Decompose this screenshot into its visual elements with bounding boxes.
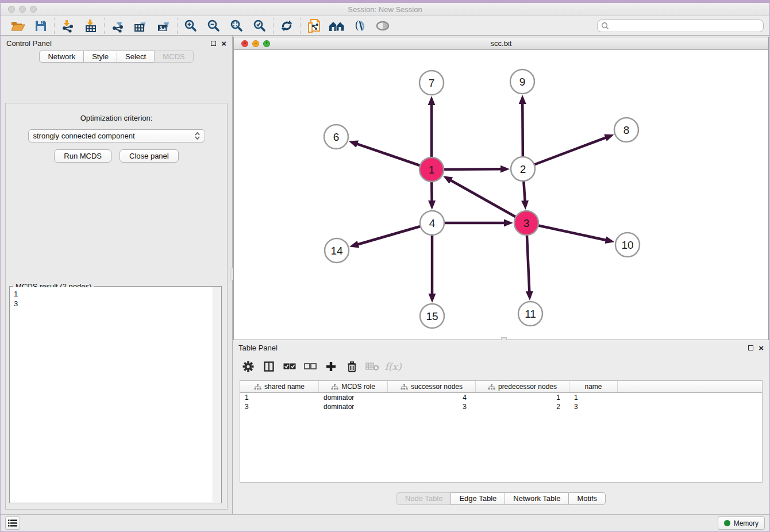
cell-mcds-role[interactable]: dominator bbox=[319, 403, 388, 411]
toolbar-separator bbox=[54, 18, 55, 34]
graph-node-label: 4 bbox=[429, 217, 436, 229]
export-table-icon[interactable] bbox=[129, 17, 152, 34]
tab-select[interactable]: Select bbox=[117, 51, 154, 63]
delete-table-icon[interactable] bbox=[364, 358, 381, 375]
right-column: × − + scc.txt 1234678910111415 Table Pan… bbox=[233, 36, 769, 514]
network-window: × − + scc.txt 1234678910111415 bbox=[233, 37, 769, 340]
graph-edge-arrow bbox=[429, 294, 436, 303]
graph-node-label: 2 bbox=[520, 163, 526, 175]
cell-successor-nodes[interactable]: 4 bbox=[388, 394, 476, 402]
import-network-icon[interactable] bbox=[56, 17, 79, 34]
search-input[interactable] bbox=[611, 22, 760, 30]
tab-network[interactable]: Network bbox=[39, 51, 83, 63]
mcds-result-list: 1 3 bbox=[10, 287, 213, 502]
function-builder-icon[interactable]: f(x) bbox=[384, 358, 402, 375]
control-panel: Control Panel × Network Style Select MCD… bbox=[1, 36, 232, 514]
control-panel-tabs: Network Style Select MCDS bbox=[1, 51, 232, 63]
show-column-icon[interactable] bbox=[260, 358, 278, 375]
add-column-icon[interactable] bbox=[322, 358, 340, 375]
toolbar-separator bbox=[273, 18, 274, 34]
table-settings-icon[interactable] bbox=[240, 358, 257, 375]
column-header-mcds-role[interactable]: MCDS role bbox=[319, 381, 388, 392]
tab-mcds[interactable]: MCDS bbox=[154, 51, 193, 63]
optimization-criterion-value: strongly connected component bbox=[33, 132, 135, 140]
cell-name[interactable]: 3 bbox=[569, 403, 618, 411]
close-panel-button[interactable]: Close panel bbox=[120, 149, 179, 163]
tab-style[interactable]: Style bbox=[83, 51, 117, 63]
zoom-selected-icon[interactable] bbox=[248, 17, 271, 34]
unselect-all-columns-icon[interactable] bbox=[302, 358, 319, 375]
app-titlebar: Session: New Session bbox=[1, 3, 769, 16]
import-table-icon[interactable] bbox=[79, 17, 102, 34]
table-row[interactable]: 1 dominator 4 1 1 bbox=[240, 393, 762, 402]
result-item[interactable]: 1 bbox=[14, 289, 209, 299]
zoom-in-icon[interactable] bbox=[179, 17, 202, 34]
app-title: Session: New Session bbox=[1, 5, 769, 14]
attribute-type-icon bbox=[401, 384, 408, 390]
apply-style-icon[interactable] bbox=[348, 17, 371, 34]
search-box bbox=[597, 20, 764, 32]
tab-node-table[interactable]: Node Table bbox=[396, 492, 451, 505]
graph-node-label: 1 bbox=[429, 164, 435, 176]
graph-node-label: 14 bbox=[330, 245, 343, 257]
network-from-file-icon[interactable] bbox=[302, 17, 325, 34]
cell-successor-nodes[interactable]: 3 bbox=[388, 403, 476, 411]
delete-columns-icon[interactable] bbox=[343, 358, 360, 375]
fx-label: f(x) bbox=[384, 361, 401, 372]
zoom-fit-icon[interactable] bbox=[225, 17, 248, 34]
export-network-icon[interactable] bbox=[106, 17, 129, 34]
column-header-successor-nodes[interactable]: successor nodes bbox=[388, 381, 476, 392]
main-area: Control Panel × Network Style Select MCD… bbox=[1, 36, 769, 514]
open-session-icon[interactable] bbox=[6, 17, 29, 34]
result-item[interactable]: 3 bbox=[14, 299, 209, 309]
column-header-predecessor-nodes[interactable]: predecessor nodes bbox=[476, 381, 569, 392]
cell-predecessor-nodes[interactable]: 1 bbox=[476, 394, 569, 402]
network-window-titlebar: × − + scc.txt bbox=[234, 37, 768, 50]
table-row[interactable]: 3 dominator 3 2 3 bbox=[240, 402, 762, 411]
graph-node-label: 9 bbox=[519, 76, 526, 88]
optimization-criterion-select[interactable]: strongly connected component bbox=[28, 129, 205, 142]
result-scrollbar[interactable] bbox=[213, 287, 221, 502]
memory-button[interactable]: Memory bbox=[718, 516, 765, 530]
tab-edge-table[interactable]: Edge Table bbox=[451, 492, 505, 505]
tab-network-table[interactable]: Network Table bbox=[505, 492, 568, 505]
zoom-out-icon[interactable] bbox=[202, 17, 225, 34]
graph-edge-arrow bbox=[526, 291, 533, 300]
show-hide-icon[interactable] bbox=[371, 17, 394, 34]
optimization-criterion-label: Optimization criterion: bbox=[6, 114, 227, 122]
run-mcds-button[interactable]: Run MCDS bbox=[54, 149, 111, 163]
tab-motifs[interactable]: Motifs bbox=[568, 492, 606, 505]
float-table-panel-icon[interactable] bbox=[748, 345, 753, 350]
graph-node-label: 11 bbox=[525, 308, 536, 320]
cell-mcds-role[interactable]: dominator bbox=[319, 394, 388, 402]
table-panel-tabs: Node Table Edge Table Network Table Moti… bbox=[233, 483, 769, 514]
table-panel-header: Table Panel × bbox=[233, 340, 769, 355]
save-session-icon[interactable] bbox=[29, 17, 52, 34]
cell-shared-name[interactable]: 3 bbox=[240, 403, 319, 411]
graph-edge-2-8[interactable] bbox=[523, 137, 606, 169]
home-icon[interactable] bbox=[325, 17, 348, 34]
toolbar-separator bbox=[300, 18, 301, 34]
cell-predecessor-nodes[interactable]: 2 bbox=[476, 403, 569, 411]
select-all-columns-icon[interactable] bbox=[281, 358, 298, 375]
cell-name[interactable]: 1 bbox=[569, 394, 618, 402]
refresh-view-icon[interactable] bbox=[275, 17, 298, 34]
float-panel-icon[interactable] bbox=[211, 41, 216, 46]
app-window: Session: New Session bbox=[0, 0, 770, 532]
graph-edge-arrow bbox=[519, 95, 526, 104]
graph-edge-arrow bbox=[521, 201, 529, 210]
export-image-icon[interactable] bbox=[152, 17, 175, 34]
graph-edge-arrow bbox=[428, 201, 436, 210]
cell-shared-name[interactable]: 1 bbox=[240, 394, 319, 402]
graph-edge-3-1[interactable] bbox=[450, 180, 526, 223]
close-table-panel-icon[interactable]: × bbox=[759, 344, 764, 352]
column-header-name[interactable]: name bbox=[569, 381, 618, 392]
main-toolbar bbox=[1, 16, 769, 36]
toolbar-separator bbox=[104, 18, 105, 34]
attribute-type-icon bbox=[254, 384, 261, 390]
network-canvas[interactable]: 1234678910111415 bbox=[234, 50, 768, 340]
close-panel-icon[interactable]: × bbox=[221, 39, 226, 48]
graph-node-label: 10 bbox=[621, 239, 633, 251]
task-history-icon[interactable] bbox=[5, 516, 20, 530]
column-header-shared-name[interactable]: shared name bbox=[240, 381, 319, 392]
